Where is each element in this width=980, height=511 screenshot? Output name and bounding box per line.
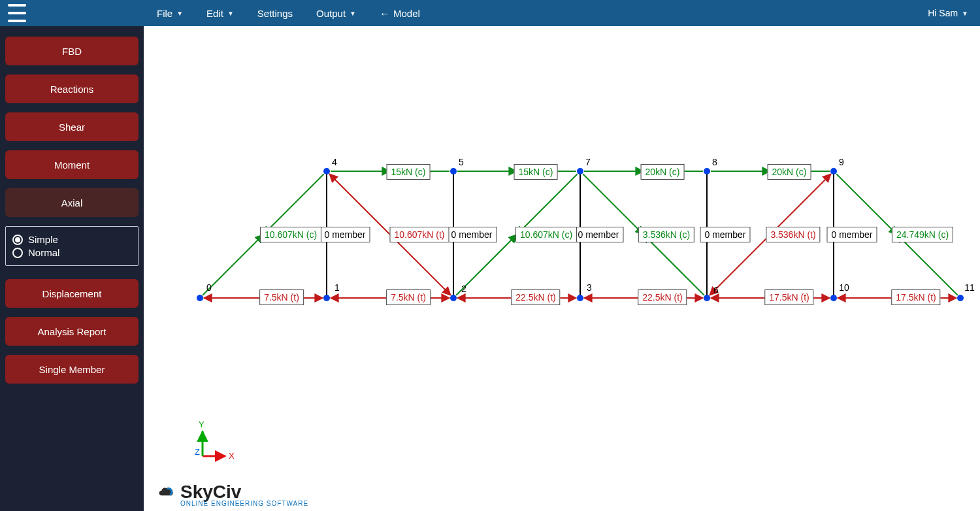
sidebar-reactions-button[interactable]: Reactions xyxy=(5,74,139,103)
sidebar-shear-button[interactable]: Shear xyxy=(5,112,139,141)
svg-line-27 xyxy=(329,174,390,235)
svg-point-40 xyxy=(577,295,583,301)
menu-edit[interactable]: Edit▼ xyxy=(206,8,234,19)
svg-point-45 xyxy=(704,168,710,174)
radio-normal[interactable]: Normal xyxy=(12,247,131,258)
svg-point-41 xyxy=(323,168,330,174)
member-force-label: 17.5kN (t) xyxy=(764,289,813,305)
top-menubar: File▼ Edit▼ Settings Output▼ ←Model Hi S… xyxy=(0,0,980,26)
member-force-label: 20kN (c) xyxy=(768,164,811,180)
svg-line-26 xyxy=(263,174,324,235)
sidebar: FBD Reactions Shear Moment Axial Simple … xyxy=(0,26,144,511)
menu-output[interactable]: Output▼ xyxy=(316,8,356,19)
member-force-label: 17.5kN (t) xyxy=(891,289,940,305)
member-force-label: 3.536kN (c) xyxy=(638,227,694,242)
member-force-label: 24.749kN (c) xyxy=(892,227,953,242)
logo-tagline: ONLINE ENGINEERING SOFTWARE xyxy=(180,500,308,507)
skyciv-logo: SkyCiv ONLINE ENGINEERING SOFTWARE xyxy=(157,482,308,507)
member-force-label: 15kN (c) xyxy=(387,164,431,180)
menu-settings[interactable]: Settings xyxy=(257,8,293,19)
menu-output-label: Output xyxy=(316,8,346,19)
svg-point-43 xyxy=(704,295,710,301)
svg-line-35 xyxy=(836,174,897,235)
svg-line-36 xyxy=(897,235,958,295)
svg-point-37 xyxy=(197,295,203,301)
node-number: 4 xyxy=(332,157,337,167)
sidebar-analysis-report-button[interactable]: Analysis Report xyxy=(5,317,139,346)
svg-point-47 xyxy=(830,295,837,301)
svg-line-34 xyxy=(770,174,831,235)
member-force-label: 10.607kN (t) xyxy=(389,227,449,242)
node-number: 1 xyxy=(335,282,340,293)
main-menu: File▼ Edit▼ Settings Output▼ ←Model xyxy=(157,8,420,19)
node-number: 2 xyxy=(461,284,466,294)
chevron-down-icon: ▼ xyxy=(962,10,968,17)
menu-model-label: Model xyxy=(393,8,420,19)
axis-z-label: Z xyxy=(195,447,200,457)
svg-line-32 xyxy=(644,235,704,295)
member-force-label: 10.607kN (c) xyxy=(260,227,321,242)
node-number: 7 xyxy=(585,157,591,167)
svg-point-46 xyxy=(830,168,837,174)
radio-simple[interactable]: Simple xyxy=(12,234,131,245)
svg-point-39 xyxy=(450,295,457,301)
arrow-left-icon: ← xyxy=(380,8,389,19)
chevron-down-icon: ▼ xyxy=(227,10,234,17)
sidebar-moment-button[interactable]: Moment xyxy=(5,150,139,179)
node-number: 9 xyxy=(839,157,844,167)
axis-y-label: Y xyxy=(199,420,204,429)
truss-diagram xyxy=(144,26,980,511)
sidebar-single-member-button[interactable]: Single Member xyxy=(5,355,139,384)
user-menu[interactable]: Hi Sam▼ xyxy=(928,0,968,26)
radio-icon xyxy=(12,248,23,258)
member-force-label: 0 member xyxy=(446,227,497,242)
member-force-label: 15kN (c) xyxy=(514,164,558,180)
radio-simple-label: Simple xyxy=(28,234,58,245)
member-force-label: 3.536kN (t) xyxy=(766,227,820,242)
svg-point-44 xyxy=(577,168,583,174)
cloud-icon xyxy=(157,484,176,500)
node-number: 5 xyxy=(459,157,464,167)
sidebar-displacement-button[interactable]: Displacement xyxy=(5,279,139,308)
node-number: 6 xyxy=(713,285,719,295)
menu-settings-label: Settings xyxy=(257,8,293,19)
menu-model[interactable]: ←Model xyxy=(380,8,420,19)
coordinate-axes: X Y Z xyxy=(189,417,242,469)
node-number: 8 xyxy=(712,157,717,167)
member-force-label: 7.5kN (t) xyxy=(259,289,304,305)
user-greeting: Hi Sam xyxy=(928,8,958,18)
menu-file-label: File xyxy=(157,8,172,19)
radio-icon xyxy=(12,235,23,245)
sidebar-axial-button[interactable]: Axial xyxy=(5,188,139,217)
axial-mode-radio-group: Simple Normal xyxy=(5,226,139,266)
member-force-label: 0 member xyxy=(319,227,370,242)
member-force-label: 10.607kN (c) xyxy=(515,227,577,242)
menu-file[interactable]: File▼ xyxy=(157,8,183,19)
diagram-canvas[interactable]: 7.5kN (t)7.5kN (t)22.5kN (t)22.5kN (t)17… xyxy=(144,26,980,511)
hamburger-menu-icon[interactable] xyxy=(8,1,26,25)
svg-line-28 xyxy=(390,235,451,295)
radio-normal-label: Normal xyxy=(28,247,59,258)
chevron-down-icon: ▼ xyxy=(176,10,183,17)
axis-x-label: X xyxy=(229,451,235,461)
member-force-label: 20kN (c) xyxy=(641,164,685,180)
member-force-label: 22.5kN (t) xyxy=(638,289,687,305)
member-force-label: 7.5kN (t) xyxy=(386,289,431,305)
node-number: 3 xyxy=(587,282,592,293)
chevron-down-icon: ▼ xyxy=(350,10,356,17)
svg-line-30 xyxy=(517,174,578,235)
member-force-label: 22.5kN (t) xyxy=(511,289,560,305)
member-force-label: 0 member xyxy=(700,227,750,242)
member-force-label: 0 member xyxy=(573,227,623,242)
svg-point-48 xyxy=(957,295,964,301)
svg-line-33 xyxy=(710,235,770,295)
node-number: 10 xyxy=(839,282,849,293)
node-number: 0 xyxy=(206,282,212,293)
sidebar-fbd-button[interactable]: FBD xyxy=(5,37,139,65)
svg-point-42 xyxy=(450,168,457,174)
menu-edit-label: Edit xyxy=(206,8,223,19)
svg-line-25 xyxy=(203,235,263,295)
svg-point-38 xyxy=(323,295,330,301)
node-number: 11 xyxy=(964,282,975,293)
member-force-label: 0 member xyxy=(826,227,877,242)
